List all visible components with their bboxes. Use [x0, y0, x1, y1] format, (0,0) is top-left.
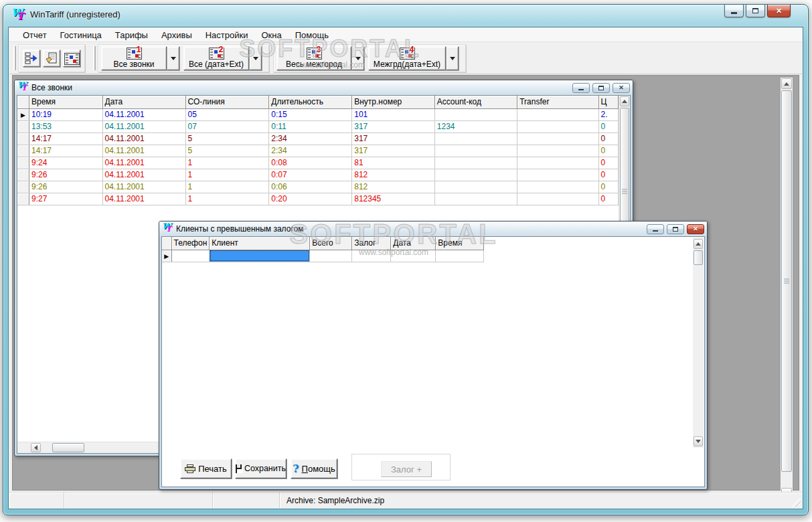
grid-cell[interactable]	[352, 250, 391, 262]
grid-cell[interactable]	[517, 120, 598, 133]
grid-cell[interactable]	[434, 181, 517, 193]
grid-cell[interactable]	[171, 250, 210, 262]
grid-cell[interactable]: 04.11.2001	[102, 157, 185, 169]
row-selector[interactable]: ▶	[17, 108, 29, 120]
column-header[interactable]: Залог	[352, 237, 391, 250]
table-row[interactable]: ▶	[162, 250, 484, 262]
grid-cell[interactable]	[517, 193, 598, 205]
grid-cell[interactable]: 1	[185, 181, 269, 193]
row-selector[interactable]	[17, 193, 29, 205]
grid-cell[interactable]: 812345	[352, 193, 435, 205]
table-row[interactable]: 13:5304.11.2001070:1131712340	[17, 120, 619, 133]
scroll-up-button[interactable]	[620, 96, 629, 106]
menu-tariffs[interactable]: Тарифы	[108, 29, 155, 41]
column-header[interactable]: Внутр.номер	[352, 96, 435, 108]
grid-cell[interactable]: 0:20	[269, 193, 352, 205]
clients-vertical-scrollbar[interactable]	[693, 238, 704, 448]
report-all-date-ext-dropdown[interactable]	[249, 46, 262, 70]
menu-hotel[interactable]: Гостиница	[54, 29, 108, 41]
table-row[interactable]: 14:1704.11.200152:343170	[17, 145, 619, 157]
grid-cell[interactable]: 1	[185, 157, 269, 169]
column-header[interactable]: Transfer	[517, 96, 598, 108]
grid-cell[interactable]	[517, 157, 598, 169]
grid-cell[interactable]: 5	[185, 145, 269, 157]
grid-cell[interactable]: 0	[598, 145, 618, 157]
grid-cell[interactable]: 04.11.2001	[102, 193, 185, 205]
grid-cell[interactable]	[434, 157, 517, 169]
grid-cell[interactable]: 04.11.2001	[102, 169, 185, 181]
grid-cell[interactable]: 04.11.2001	[102, 120, 185, 133]
grid-cell[interactable]: 2:34	[269, 133, 352, 145]
row-selector[interactable]	[17, 169, 29, 181]
minimize-button[interactable]	[724, 5, 744, 17]
row-selector[interactable]: ▶	[162, 250, 171, 262]
grid-cell[interactable]: 04.11.2001	[102, 108, 185, 120]
calls-close-button[interactable]: ✕	[613, 83, 630, 93]
grid-cell[interactable]: 9:24	[29, 157, 102, 169]
report-all-calls-dropdown[interactable]	[167, 46, 179, 70]
report-long-distance-date-ext-dropdown[interactable]	[446, 46, 459, 70]
grid-cell[interactable]	[517, 133, 598, 145]
column-header[interactable]: Время	[29, 96, 102, 108]
titlebar[interactable]: W T WinTariff (unregistered) ✕	[3, 5, 808, 25]
grid-cell[interactable]: 5	[185, 133, 269, 145]
menu-settings[interactable]: Настройки	[199, 29, 255, 41]
grid-cell[interactable]: 317	[352, 120, 435, 133]
calls-minimize-button[interactable]	[572, 83, 590, 93]
mdi-vertical-scrollbar[interactable]	[781, 78, 793, 499]
grid-cell[interactable]: 9:26	[29, 181, 102, 193]
grid-cell[interactable]	[434, 145, 517, 157]
grid-cell[interactable]: 05	[185, 108, 269, 120]
column-header[interactable]: Длительность	[269, 96, 352, 108]
grid-cell[interactable]	[517, 169, 598, 181]
grid-cell[interactable]: 04.11.2001	[102, 145, 185, 157]
grid-cell[interactable]	[517, 108, 598, 120]
grid-cell[interactable]	[210, 250, 310, 262]
grid-cell[interactable]	[434, 169, 517, 181]
grid-cell[interactable]: 0:06	[269, 181, 352, 193]
scroll-left-button[interactable]	[31, 443, 41, 452]
calls-restore-button[interactable]	[592, 83, 610, 93]
grid-cell[interactable]: 0:07	[269, 169, 352, 181]
table-row[interactable]: 9:2604.11.200110:068120	[17, 181, 619, 193]
grid-cell[interactable]: 812	[352, 169, 435, 181]
grid-cell[interactable]	[434, 133, 517, 145]
grid-cell[interactable]	[391, 250, 436, 262]
grid-cell[interactable]: 0	[598, 157, 618, 169]
grid-cell[interactable]: 04.11.2001	[102, 181, 185, 193]
toolbar-gripper[interactable]	[13, 46, 16, 70]
grid-cell[interactable]	[517, 145, 598, 157]
table-row[interactable]: 9:2604.11.200110:078120	[17, 169, 619, 181]
grid-cell[interactable]: 0	[598, 169, 618, 181]
grid-cell[interactable]: 101	[352, 108, 435, 120]
table-row[interactable]: ▶10:1904.11.2001050:151012.	[17, 108, 619, 120]
grid-cell[interactable]	[436, 250, 484, 262]
grid-cell[interactable]: 0	[598, 193, 618, 205]
column-header[interactable]: Всего	[310, 237, 352, 250]
grid-cell[interactable]	[310, 250, 352, 262]
document-hand-button[interactable]	[43, 50, 60, 67]
clients-window-titlebar[interactable]: WT Клиенты с превышенным залогом ✕	[159, 222, 707, 236]
report-long-distance-dropdown[interactable]	[351, 46, 364, 70]
grid-cell[interactable]: 81	[352, 157, 435, 169]
grid-cell[interactable]: 812	[352, 181, 435, 193]
column-header[interactable]: СО-линия	[185, 96, 269, 108]
print-button[interactable]: Печать	[180, 458, 232, 478]
column-header[interactable]: Ц	[598, 96, 618, 108]
clients-close-button[interactable]: ✕	[687, 224, 704, 234]
grid-cell[interactable]: 317	[352, 145, 435, 157]
table-row[interactable]: 9:2704.11.200110:208123450	[17, 193, 619, 205]
grid-cell[interactable]	[434, 193, 517, 205]
clients-window[interactable]: WT Клиенты с превышенным залогом ✕ Телеф…	[159, 221, 708, 490]
grid-cell[interactable]: 9:26	[29, 169, 102, 181]
report-long-distance-date-ext-button[interactable]: 4 Межгрд(дата+Ext)	[368, 46, 446, 70]
report-long-distance-button[interactable]: 3 Весь межгород	[276, 46, 351, 70]
restore-button[interactable]	[746, 5, 765, 17]
report-all-date-ext-button[interactable]: 2 Все (дата+Ext)	[183, 46, 249, 70]
report-all-calls-button[interactable]: 1 Все звонки	[101, 46, 167, 70]
menu-windows[interactable]: Окна	[254, 29, 288, 41]
grid-cell[interactable]: 0	[598, 181, 618, 193]
save-button[interactable]: Сохранить	[235, 458, 287, 478]
menu-report[interactable]: Отчет	[16, 29, 54, 41]
scrollbar-thumb[interactable]	[781, 90, 792, 472]
